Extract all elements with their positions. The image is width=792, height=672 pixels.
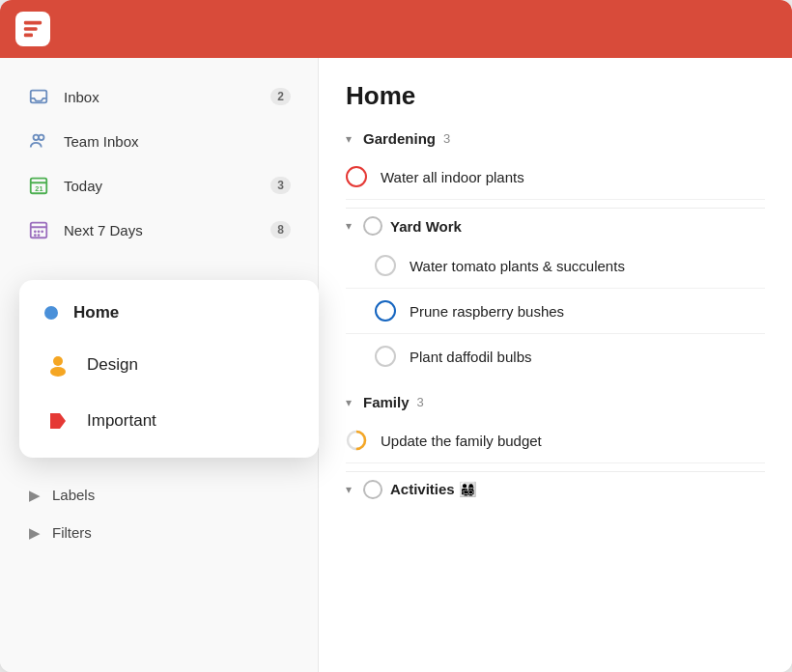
filters-chevron-icon: ▶	[27, 525, 42, 541]
today-badge: 3	[270, 177, 291, 194]
task-prune-raspberry[interactable]: Prune raspberry bushes	[346, 289, 765, 334]
task-plant-daffodil[interactable]: Plant daffodil bulbs	[346, 334, 765, 378]
activities-circle	[363, 480, 382, 499]
popup-menu: Home Design Important	[19, 280, 319, 458]
sidebar-section-labels[interactable]: ▶ Labels	[8, 477, 310, 513]
sidebar-item-today[interactable]: 21 Today 3	[8, 164, 310, 207]
task-text-water-tomato: Water tomato plants & succulents	[410, 258, 625, 274]
next7days-label: Next 7 Days	[64, 222, 143, 238]
inbox-badge: 2	[270, 88, 291, 105]
gardening-chevron-icon: ▾	[346, 132, 352, 146]
yardwork-circle	[363, 216, 382, 236]
inbox-label: Inbox	[64, 89, 99, 105]
family-chevron-icon: ▾	[346, 396, 352, 409]
filters-label: Filters	[52, 524, 92, 541]
activities-header[interactable]: ▾ Activities 👨‍👩‍👧‍👦	[346, 480, 765, 499]
popup-item-important[interactable]: Important	[25, 394, 313, 448]
task-text-water-indoor: Water all indoor plants	[381, 169, 524, 185]
sidebar-item-inbox[interactable]: Inbox 2	[8, 75, 310, 118]
yardwork-label: Yard Work	[390, 218, 462, 235]
task-text-plant-daffodil: Plant daffodil bulbs	[410, 349, 531, 365]
today-label: Today	[64, 178, 102, 194]
task-circle-plain-2	[375, 346, 396, 367]
gardening-section: ▾ Gardening 3 Water all indoor plants ▾ …	[346, 130, 765, 378]
labels-chevron-icon: ▶	[27, 488, 42, 503]
svg-point-5	[39, 135, 44, 141]
app-header	[0, 0, 792, 58]
popup-important-label: Important	[87, 411, 156, 431]
svg-rect-1	[24, 27, 38, 31]
svg-rect-2	[24, 34, 33, 38]
svg-point-13	[41, 230, 43, 233]
gardening-header[interactable]: ▾ Gardening 3	[346, 130, 765, 147]
divider-family	[346, 471, 765, 472]
svg-rect-0	[24, 21, 42, 25]
activities-chevron-icon: ▾	[346, 483, 352, 496]
task-family-budget[interactable]: Update the family budget	[346, 418, 765, 463]
team-inbox-icon	[27, 129, 50, 153]
sidebar-item-team-inbox[interactable]: Team Inbox	[8, 120, 310, 162]
family-header[interactable]: ▾ Family 3	[346, 394, 765, 410]
next7days-badge: 8	[270, 221, 291, 238]
gardening-label: Gardening	[363, 130, 436, 147]
important-tag-icon	[44, 407, 71, 434]
next7days-icon	[27, 218, 50, 241]
team-inbox-label: Team Inbox	[64, 133, 139, 150]
task-circle-red	[346, 166, 367, 187]
sidebar-item-next7days[interactable]: Next 7 Days 8	[8, 209, 310, 251]
svg-point-16	[53, 356, 63, 366]
task-circle-orange	[346, 430, 367, 451]
task-water-indoor[interactable]: Water all indoor plants	[346, 154, 765, 200]
yardwork-chevron-icon: ▾	[346, 219, 352, 233]
panel-title: Home	[346, 81, 765, 111]
home-dot-icon	[44, 306, 58, 320]
activities-label: Activities 👨‍👩‍👧‍👦	[390, 481, 477, 498]
task-circle-plain-1	[375, 255, 396, 276]
yardwork-header[interactable]: ▾ Yard Work	[346, 216, 765, 236]
svg-text:21: 21	[35, 184, 42, 193]
app-container: Inbox 2 Team Inbox	[0, 0, 792, 672]
svg-point-12	[38, 230, 41, 233]
divider	[346, 208, 765, 209]
right-panel: Home ▾ Gardening 3 Water all indoor plan…	[319, 58, 792, 672]
family-section: ▾ Family 3 Update the family budget	[346, 394, 765, 499]
inbox-icon	[27, 85, 50, 108]
popup-home-label: Home	[73, 303, 119, 322]
sidebar-section-filters[interactable]: ▶ Filters	[8, 515, 310, 550]
svg-point-14	[34, 234, 37, 237]
popup-item-home[interactable]: Home	[25, 290, 313, 336]
popup-item-design[interactable]: Design	[25, 338, 313, 392]
svg-point-15	[38, 234, 41, 237]
family-count: 3	[417, 395, 424, 409]
today-icon: 21	[27, 174, 50, 197]
task-circle-blue	[375, 300, 396, 322]
task-text-family-budget: Update the family budget	[381, 433, 542, 449]
task-text-prune-raspberry: Prune raspberry bushes	[410, 303, 564, 320]
labels-label: Labels	[52, 487, 95, 503]
svg-point-17	[50, 367, 66, 377]
family-label: Family	[363, 394, 410, 410]
popup-design-label: Design	[87, 355, 138, 375]
svg-point-11	[34, 230, 37, 233]
gardening-count: 3	[443, 131, 450, 146]
design-avatar-icon	[44, 351, 71, 378]
task-water-tomato[interactable]: Water tomato plants & succulents	[346, 243, 765, 289]
main-content: Inbox 2 Team Inbox	[0, 58, 792, 672]
app-logo	[15, 12, 50, 46]
